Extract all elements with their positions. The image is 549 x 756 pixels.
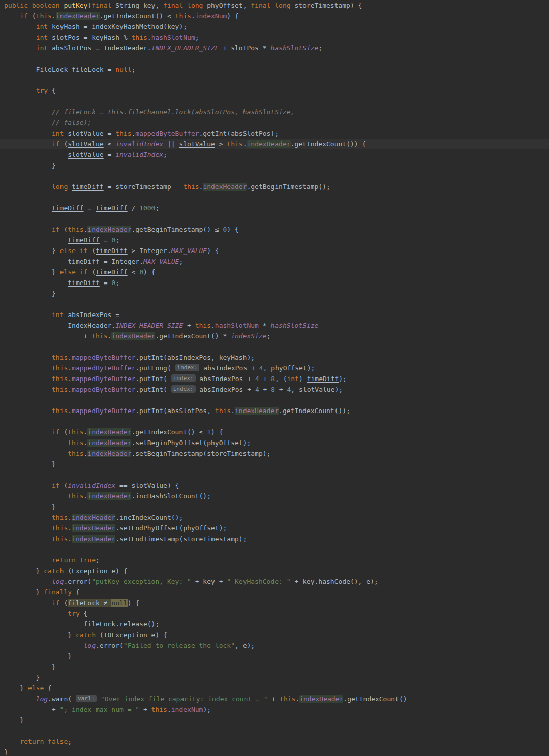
code-token-p: [4, 226, 52, 233]
code-token-u: timeDiff: [52, 204, 84, 212]
code-line: [0, 299, 549, 309]
code-line: this.mappedByteBuffer.putInt(absSlotPos,…: [0, 405, 549, 416]
code-token-p: }: [4, 674, 40, 681]
code-token-k: else if: [60, 247, 92, 255]
code-token-k: int: [36, 23, 52, 30]
code-token-n: 4: [255, 386, 259, 393]
code-token-p: }: [4, 290, 56, 297]
code-token-n: 0: [111, 236, 115, 244]
code-line: + "; index max num = " + this.indexNum);: [0, 704, 549, 715]
code-token-p: .: [68, 524, 72, 532]
code-token-p: [4, 119, 52, 127]
code-token-p: storeTimestamp) {: [294, 2, 362, 9]
code-line: timeDiff = 0;: [0, 277, 549, 288]
code-token-p: = storeTimestamp -: [104, 183, 184, 191]
code-token-p: (Exception e) {: [68, 567, 127, 575]
code-token-u: timeDiff: [96, 247, 128, 255]
code-token-fh: indexHeader: [111, 332, 155, 340]
code-token-p: ) {: [227, 12, 238, 20]
code-line: }: [0, 501, 549, 512]
code-token-n: 8: [271, 375, 275, 383]
code-token-sf: invalidIndex: [115, 151, 163, 159]
code-line: this.indexHeader.setEndTimestamp(storeTi…: [0, 533, 549, 544]
code-token-sf: log: [52, 578, 64, 585]
code-token-p: }: [4, 460, 56, 468]
inlay-hint-chip: index:: [171, 385, 196, 393]
code-token-p: .getBeginTimestamp() ≤: [131, 226, 223, 233]
code-token-p: [4, 258, 68, 265]
code-line: log.error("putKey exception, Key: " + ke…: [0, 576, 549, 587]
code-line: [0, 75, 549, 85]
code-token-n: 1: [207, 428, 211, 436]
code-token-k: this: [215, 407, 231, 415]
code-token-k: this: [52, 514, 68, 521]
code-token-p: );: [203, 706, 211, 713]
code-token-p: , phyOffset);: [263, 364, 315, 372]
code-token-p: +: [4, 706, 60, 713]
code-token-k: this: [52, 386, 68, 393]
code-token-p: }: [4, 652, 72, 660]
code-token-p: /: [128, 204, 139, 212]
code-token-p: [4, 204, 52, 212]
code-token-p: ) {: [167, 482, 179, 489]
code-token-p: }: [4, 684, 28, 692]
code-token-u: timeDiff: [72, 183, 104, 191]
code-token-p: , e);: [235, 642, 255, 649]
code-token-k: this: [115, 130, 131, 137]
code-token-p: ==: [115, 482, 131, 489]
code-line: }: [0, 747, 549, 756]
code-token-p: .: [231, 407, 235, 415]
code-token-p: ||: [163, 140, 179, 148]
code-token-p: [4, 492, 68, 500]
code-token-sf: MAX_VALUE: [171, 247, 207, 255]
code-token-k: else: [28, 684, 48, 692]
code-line: }: [0, 459, 549, 469]
code-line: if (this.indexHeader.getBeginTimestamp()…: [0, 224, 549, 235]
code-line: [0, 726, 549, 736]
code-token-p: [4, 87, 36, 94]
code-token-p: [4, 386, 52, 393]
code-line: } finally {: [0, 587, 549, 597]
code-token-sf: indexSize: [231, 332, 266, 340]
code-token-p: [4, 311, 52, 319]
code-token-p: {: [52, 87, 56, 94]
code-token-p: phyOffset,: [207, 2, 251, 9]
code-token-p: FileLock fileLock =: [4, 66, 115, 73]
code-token-k: catch: [76, 631, 100, 639]
code-token-hon: null: [111, 599, 127, 607]
code-token-k: if: [52, 599, 64, 607]
code-editor[interactable]: public boolean putKey(final String key, …: [0, 0, 549, 756]
code-token-p: slotPos = keyHash %: [52, 34, 132, 41]
code-token-k: this: [151, 706, 167, 713]
code-token-p: ;: [115, 279, 119, 287]
code-token-p: +: [259, 386, 271, 393]
code-line: // fileLock = this.fileChannel.lock(absS…: [0, 107, 549, 117]
code-token-p: }: [4, 716, 24, 724]
code-token-p: .getIndexCount() <: [100, 12, 175, 20]
code-token-p: ;: [318, 44, 322, 52]
code-token-p: ;: [155, 204, 159, 212]
code-token-p: absIndexPos +: [196, 375, 255, 383]
code-token-p: .setBeginTimestamp(storeTimestamp);: [131, 450, 270, 457]
code-token-f: indexNum: [171, 706, 203, 713]
code-token-p: [4, 642, 84, 649]
code-token-p: (: [32, 12, 36, 20]
code-token-k: return false: [20, 738, 68, 745]
code-token-p: +: [183, 322, 195, 329]
code-token-k: catch: [44, 567, 68, 575]
code-token-p: .setEndTimestamp(storeTimestamp);: [115, 535, 247, 543]
code-line: this.mappedByteBuffer.putInt( index: abs…: [0, 373, 549, 384]
code-token-n: 4: [259, 364, 263, 372]
code-token-p: [4, 279, 68, 287]
code-token-p: .setBeginPhyOffset(phyOffset);: [131, 439, 251, 447]
code-line: + this.indexHeader.getIndexCount() * ind…: [0, 331, 549, 341]
code-token-p: [4, 450, 68, 457]
code-token-f: mappedByteBuffer: [72, 375, 135, 383]
code-token-p: }: [4, 162, 56, 169]
code-token-k: int: [287, 375, 299, 383]
code-token-p: .: [68, 514, 72, 521]
code-token-f: mappedByteBuffer: [72, 407, 135, 415]
code-token-u: timeDiff: [307, 375, 339, 383]
code-token-p: absSlotPos = IndexHeader.: [52, 44, 151, 52]
code-line: } else if (timeDiff < 0) {: [0, 267, 549, 277]
